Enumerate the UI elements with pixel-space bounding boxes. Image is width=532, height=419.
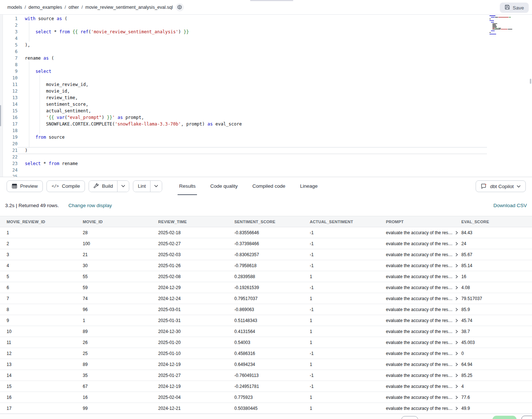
prompt-cell: evaluate the accuracy of the res… <box>379 293 455 304</box>
bottom-green-pill-partial[interactable] <box>492 416 517 419</box>
code-editor[interactable]: 1with source as (23 select * from {{ ref… <box>0 15 532 177</box>
code-token: * <box>44 161 49 166</box>
code-line[interactable]: 24 <box>3 167 532 173</box>
editor-scrollbar-thumb[interactable] <box>530 79 531 84</box>
code-text: ), <box>18 42 30 48</box>
code-text <box>18 35 25 42</box>
table-cell: 5 <box>0 271 76 282</box>
prompt-expand-chevron-icon[interactable] <box>455 385 458 388</box>
prompt-expand-chevron-icon[interactable] <box>455 341 458 344</box>
code-line[interactable]: 17 SNOWFLAKE.CORTEX.COMPLETE('snowflake-… <box>3 121 532 127</box>
code-line[interactable]: 23select * from rename <box>3 160 532 167</box>
tab-compiled-code[interactable]: Compiled code <box>251 177 287 195</box>
prompt-cell: evaluate the accuracy of the res… <box>379 260 455 271</box>
code-line[interactable]: 13 review_time, <box>3 94 532 101</box>
table-cell: 85.25 <box>455 370 532 381</box>
prompt-preview-text: evaluate the accuracy of the res… <box>386 395 453 400</box>
code-line[interactable]: 10 <box>3 75 532 81</box>
prompt-expand-chevron-icon[interactable] <box>455 231 458 235</box>
code-token: ), <box>25 42 30 48</box>
code-token: movie_review_id, <box>25 82 88 87</box>
prompt-expand-chevron-icon[interactable] <box>455 319 458 322</box>
tab-lineage[interactable]: Lineage <box>298 177 319 195</box>
bottom-button-partial[interactable] <box>401 416 418 419</box>
code-line[interactable]: 3 select * from {{ ref('movie_review_sen… <box>3 29 532 35</box>
code-lines[interactable]: 1with source as (23 select * from {{ ref… <box>3 15 532 177</box>
code-token: ( <box>88 29 91 34</box>
prompt-preview-text: evaluate the accuracy of the res… <box>386 285 453 290</box>
build-dropdown-chevron-icon[interactable] <box>117 181 129 192</box>
table-cell: 28 <box>76 227 152 238</box>
code-line[interactable]: 18 <box>3 127 532 134</box>
tab-results[interactable]: Results <box>178 177 197 195</box>
code-line[interactable]: 20 <box>3 141 532 147</box>
prompt-cell: evaluate the accuracy of the res… <box>379 392 455 403</box>
bottom-button-partial[interactable] <box>521 416 532 419</box>
breadcrumb-segment[interactable]: movie_review_sentiment_analysis_eval.sql <box>85 5 173 10</box>
code-line[interactable]: 8 <box>3 61 532 68</box>
copilot-sparkle-chat-icon <box>481 183 487 189</box>
prompt-cell: evaluate the accuracy of the res… <box>379 403 455 414</box>
compile-button[interactable]: </> Compile <box>46 180 85 192</box>
code-token: ( <box>51 56 54 61</box>
left-scrollbar-thumb[interactable] <box>0 105 1 126</box>
prompt-expand-chevron-icon[interactable] <box>455 308 458 311</box>
prompt-expand-chevron-icon[interactable] <box>455 264 458 268</box>
prompt-expand-chevron-icon[interactable] <box>455 374 458 377</box>
code-line[interactable]: 15 actual_sentiment, <box>3 108 532 114</box>
prompt-cell: evaluate the accuracy of the res… <box>379 315 455 326</box>
code-line[interactable]: 2 <box>3 22 532 29</box>
table-cell: 38.7 <box>455 326 532 337</box>
prompt-cell-content: evaluate the accuracy of the res… <box>386 395 455 400</box>
code-line[interactable]: 21) <box>3 147 532 154</box>
code-line[interactable]: 25 <box>3 173 532 177</box>
tabstrip-scrollbar[interactable] <box>250 0 293 1</box>
line-number: 25 <box>3 173 18 177</box>
breadcrumb-segment[interactable]: models <box>7 5 22 10</box>
code-line[interactable]: 1with source as ( <box>3 15 532 22</box>
prompt-expand-chevron-icon[interactable] <box>455 396 458 399</box>
lint-dropdown-chevron-icon[interactable] <box>150 181 162 192</box>
table-cell: -0.24951781 <box>228 381 303 392</box>
lint-button[interactable]: Lint <box>133 181 150 192</box>
code-line[interactable]: 9 select <box>3 68 532 75</box>
code-line[interactable]: 4 <box>3 35 532 42</box>
code-line[interactable]: 22 <box>3 154 532 160</box>
prompt-expand-chevron-icon[interactable] <box>455 253 458 257</box>
prompt-expand-chevron-icon[interactable] <box>455 352 458 355</box>
code-line[interactable]: 12 movie_id, <box>3 88 532 94</box>
save-button[interactable]: Save <box>500 3 529 13</box>
prompt-expand-chevron-icon[interactable] <box>455 275 458 278</box>
prompt-expand-chevron-icon[interactable] <box>455 242 458 246</box>
build-split-button: Build <box>89 180 129 192</box>
preview-button[interactable]: Preview <box>7 180 43 192</box>
code-line[interactable]: 7rename as ( <box>3 55 532 61</box>
table-cell: 17 <box>0 403 76 414</box>
code-line[interactable]: 6 <box>3 48 532 55</box>
code-line[interactable]: 16 '{{ var("eval_prompt") }}' as prompt, <box>3 114 532 121</box>
editor-minimap[interactable] <box>489 15 530 35</box>
prompt-expand-chevron-icon[interactable] <box>455 297 458 300</box>
code-line[interactable]: 11 movie_review_id, <box>3 81 532 88</box>
dbt-copilot-button[interactable]: dbt Copilot <box>476 180 526 192</box>
prompt-expand-chevron-icon[interactable] <box>455 407 458 410</box>
prompt-expand-chevron-icon[interactable] <box>455 363 458 366</box>
change-row-display-link[interactable]: Change row display <box>68 203 112 208</box>
table-row: 17992024-12-210.503804451evaluate the ac… <box>0 403 532 414</box>
code-line[interactable]: 14 sentiment_score, <box>3 101 532 108</box>
download-csv-link[interactable]: Download CSV <box>493 203 527 208</box>
prompt-expand-chevron-icon[interactable] <box>455 286 458 289</box>
tab-code-quality[interactable]: Code quality <box>209 177 239 195</box>
build-button[interactable]: Build <box>89 181 117 192</box>
table-row: 16162025-02-040.7759231evaluate the accu… <box>0 392 532 403</box>
table-cell: 4 <box>0 260 76 271</box>
code-token: source <box>38 16 57 21</box>
code-line[interactable]: 19 from source <box>3 134 532 141</box>
breadcrumb-segment[interactable]: other <box>68 5 79 10</box>
breadcrumb-segment[interactable]: demo_examples <box>29 5 62 10</box>
breadcrumb: models/demo_examples/other/movie_review_… <box>7 5 173 10</box>
prompt-expand-chevron-icon[interactable] <box>455 330 458 333</box>
table-cell: 0.50380445 <box>228 403 303 414</box>
code-line[interactable]: 5), <box>3 42 532 48</box>
prompt-preview-text: evaluate the accuracy of the res… <box>386 274 453 279</box>
